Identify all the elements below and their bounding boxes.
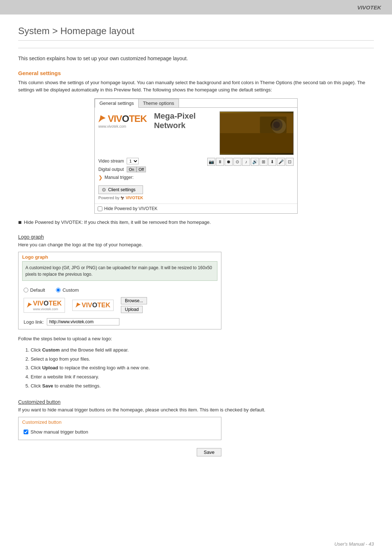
custom-logo-box: VIVOTEK [72, 300, 114, 311]
step-1: 1. Click Custom and the Browse field wil… [18, 346, 374, 355]
default-label: Default [30, 287, 45, 293]
browse-button[interactable]: Browse... [121, 297, 147, 304]
icon-volume[interactable]: 🔊 [251, 158, 259, 166]
logo-panel: Logo graph A customized logo (Gif, JPG o… [18, 252, 221, 329]
step-5: 5. Click Save to enable the settings. [18, 382, 374, 391]
general-settings-heading: General settings [18, 70, 374, 76]
vivotek-banner: VIVOTEK www.vivotek.com Mega-Pixel Netwo… [98, 111, 220, 130]
custom-label: Custom [62, 287, 79, 293]
customized-button-panel: Customized button Show manual trigger bu… [18, 417, 221, 440]
default-radio[interactable] [24, 288, 28, 292]
preview-bottom: ⚙ Client settings Powered by 🦅 VIVOTEK [98, 185, 294, 200]
on-off-buttons: On Off [127, 167, 146, 172]
svg-rect-2 [260, 116, 286, 133]
icon-settings2[interactable]: ⊙ [233, 158, 241, 166]
manual-trigger-label: Manual trigger: [105, 175, 134, 180]
main-content: System > Homepage layout This section ex… [0, 15, 392, 480]
powered-by-text: Powered by [98, 196, 119, 200]
customized-button-body: Show manual trigger button [19, 427, 221, 440]
default-logo-box: VIVOTEK www.vivotek.com [24, 298, 65, 313]
camera-preview-image [220, 111, 294, 155]
arrow-icon: ❯ [98, 175, 103, 180]
logo-link-label: Logo link: [24, 319, 44, 325]
logo-text: VIVOTEK [98, 113, 147, 124]
client-settings-btn[interactable]: ⚙ Client settings [98, 185, 143, 194]
client-settings-label: Client settings [108, 187, 135, 192]
hide-powered-row: Hide Powered by VIVOTEK [95, 204, 297, 213]
control-icons: 📷 ⏸ ⏺ ⊙ ♪ 🔊 ⊞ ⬇ 🎤 ⊡ [207, 158, 294, 166]
default-logo-display: VIVOTEK www.vivotek.com [33, 300, 62, 311]
show-manual-trigger-checkbox[interactable] [24, 430, 28, 434]
svg-point-3 [271, 119, 283, 131]
tab-general-settings[interactable]: General settings [95, 99, 139, 108]
manual-trigger-row: ❯ Manual trigger: [98, 175, 146, 180]
logo-panel-title: Logo graph [19, 252, 221, 261]
logo-link-input[interactable] [47, 318, 119, 325]
mega-pixel-text: Mega-Pixel Network [154, 111, 220, 130]
logo-options-row: Default Custom [19, 284, 221, 296]
powered-brand: VIVOTEK [126, 196, 143, 200]
logo-panel-info: A customized logo (Gif, JPG or PNG) can … [22, 261, 217, 281]
icon-audio[interactable]: ♪ [242, 158, 250, 166]
powered-logo: 🦅 VIVOTEK [121, 196, 143, 200]
powered-by: Powered by 🦅 VIVOTEK [98, 196, 143, 200]
step-2: 2. Select a logo from your files. [18, 355, 374, 364]
tab-theme-options[interactable]: Theme options [138, 99, 179, 107]
note-bullet: ■ [18, 219, 22, 225]
icon-download[interactable]: ⬇ [268, 158, 276, 166]
general-settings-desc: This column shows the settings of your h… [18, 79, 374, 93]
customized-button-heading: Customized button [18, 399, 374, 405]
customized-button-desc: If you want to hide manual trigger butto… [18, 407, 374, 413]
upload-button[interactable]: Upload [121, 306, 143, 313]
svg-rect-1 [220, 113, 293, 133]
preview-controls: Video stream 1 Digital output On Off ❯ [98, 158, 146, 180]
video-stream-row: Video stream 1 [98, 158, 146, 164]
preview-panel: General settings Theme options VIVOTEK w… [94, 98, 298, 214]
note-content: Hide Powered by VIVOTEK: If you check th… [24, 219, 211, 225]
custom-logo-bird-icon [75, 303, 81, 308]
icon-mic[interactable]: 🎤 [277, 158, 285, 166]
logo-images-row: VIVOTEK www.vivotek.com VIVOTEK Browse..… [19, 296, 221, 317]
logo-graph-heading: Logo graph [18, 234, 374, 240]
logo-brand: VIVOTEK [108, 113, 147, 124]
show-manual-trigger-text: Show manual trigger button [30, 429, 88, 435]
logo-link-row: Logo link: [19, 317, 221, 329]
preview-tabs: General settings Theme options [95, 99, 297, 108]
show-manual-trigger-label[interactable]: Show manual trigger button [24, 429, 216, 435]
icon-record[interactable]: ⏺ [225, 158, 233, 166]
save-button[interactable]: Save [197, 448, 221, 456]
custom-radio-label[interactable]: Custom [56, 287, 79, 293]
default-radio-label[interactable]: Default [24, 287, 45, 293]
note-text: ■ Hide Powered by VIVOTEK: If you check … [18, 219, 374, 225]
step-4: 4. Enter a website link if necessary. [18, 373, 374, 382]
video-stream-label: Video stream [98, 159, 124, 164]
page-title: System > Homepage layout [18, 25, 374, 41]
vivotek-logo: VIVOTEK www.vivotek.com [98, 113, 147, 128]
icon-fullscreen[interactable]: ⊞ [260, 158, 268, 166]
btn-off[interactable]: Off [136, 167, 146, 172]
logo-url: www.vivotek.com [98, 124, 126, 128]
steps-intro: Follow the steps below to upload a new l… [18, 336, 374, 341]
top-bar: VIVOTEK [0, 0, 392, 15]
video-stream-select[interactable]: 1 [127, 158, 139, 164]
default-logo-bird-icon [27, 303, 32, 308]
logo-graph-desc: Here you can change the logo at the top … [18, 242, 374, 247]
icon-pause[interactable]: ⏸ [216, 158, 224, 166]
custom-radio[interactable] [56, 288, 61, 292]
steps-list: 1. Click Custom and the Browse field wil… [18, 346, 374, 390]
logo-upload-area: Browse... Upload [121, 297, 147, 313]
digital-output-row: Digital output On Off [98, 167, 146, 172]
default-logo-url: www.vivotek.com [33, 307, 62, 311]
svg-point-4 [273, 122, 280, 128]
hide-powered-checkbox[interactable] [98, 206, 102, 211]
save-row: Save [18, 446, 221, 459]
btn-on[interactable]: On [127, 167, 136, 172]
logo-bird-icon [98, 115, 106, 123]
icon-expand[interactable]: ⊡ [286, 158, 294, 166]
step-3: 3. Click Upload to replace the existing … [18, 364, 374, 373]
preview-body: VIVOTEK www.vivotek.com Mega-Pixel Netwo… [95, 108, 297, 204]
page-footer: User's Manual - 43 [334, 541, 374, 547]
gear-icon: ⚙ [102, 187, 106, 193]
customized-button-panel-title: Customized button [19, 417, 221, 427]
icon-camera[interactable]: 📷 [207, 158, 215, 166]
